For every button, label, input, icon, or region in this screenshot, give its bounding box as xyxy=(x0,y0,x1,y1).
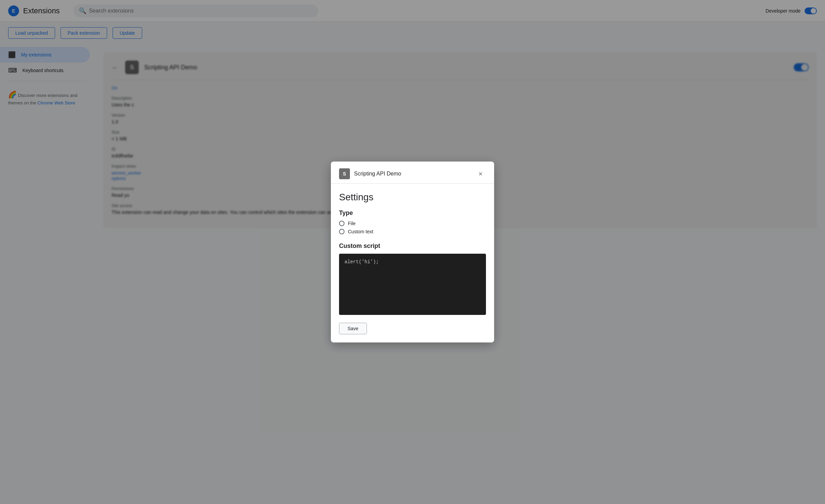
radio-custom-text-input[interactable] xyxy=(339,229,344,234)
modal-overlay: S Scripting API Demo × Settings Type Fil… xyxy=(0,0,825,504)
radio-custom-text-label: Custom text xyxy=(348,229,373,234)
radio-custom-text[interactable]: Custom text xyxy=(339,229,486,234)
modal-type-title: Type xyxy=(339,209,486,217)
settings-modal: S Scripting API Demo × Settings Type Fil… xyxy=(331,162,494,342)
modal-header: S Scripting API Demo × xyxy=(331,162,494,184)
radio-file-label: File xyxy=(348,221,356,226)
modal-body: Settings Type File Custom text Custom sc… xyxy=(331,184,494,342)
modal-ext-title: Scripting API Demo xyxy=(354,171,401,177)
radio-file-input[interactable] xyxy=(339,221,344,226)
type-radio-group: File Custom text xyxy=(339,221,486,234)
save-button[interactable]: Save xyxy=(339,323,367,334)
modal-settings-title: Settings xyxy=(339,192,486,203)
code-editor[interactable] xyxy=(339,254,486,315)
custom-script-title: Custom script xyxy=(339,242,486,250)
modal-ext-icon: S xyxy=(339,168,350,179)
radio-file[interactable]: File xyxy=(339,221,486,226)
modal-close-button[interactable]: × xyxy=(475,168,486,179)
